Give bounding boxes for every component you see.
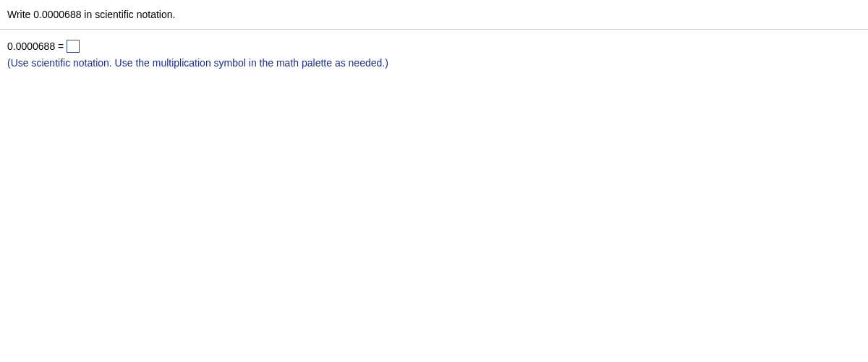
question-text: Write 0.0000688 in scientific notation. bbox=[7, 9, 175, 20]
answer-line: 0.0000688 = bbox=[7, 40, 861, 53]
answer-input[interactable] bbox=[67, 40, 80, 53]
question-prompt: Write 0.0000688 in scientific notation. bbox=[0, 0, 868, 30]
answer-hint: (Use scientific notation. Use the multip… bbox=[7, 57, 861, 69]
answer-prefix: 0.0000688 = bbox=[7, 40, 64, 52]
answer-area: 0.0000688 = (Use scientific notation. Us… bbox=[0, 30, 868, 76]
